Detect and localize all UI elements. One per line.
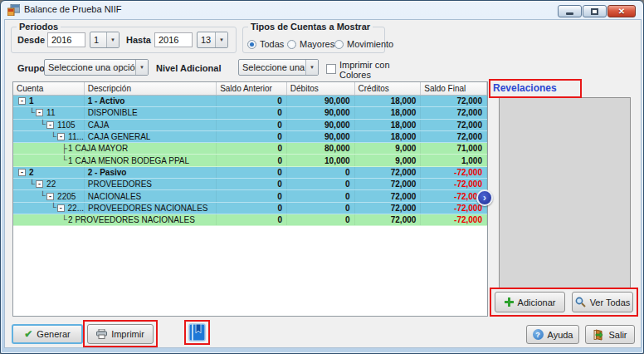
cuenta-cell: └-1105 — [13, 120, 85, 130]
generar-button[interactable]: ✔ Generar — [12, 324, 83, 344]
tree-collapse-icon[interactable]: - — [18, 169, 26, 176]
descripcion-cell: DISPONIBLE — [85, 107, 217, 118]
ayuda-label: Ayuda — [548, 330, 573, 340]
app-icon — [7, 4, 20, 16]
grupo-value: Seleccione una opción — [45, 62, 135, 72]
column-header[interactable]: Créditos — [355, 82, 422, 95]
cuenta-cell: └-11 — [13, 107, 85, 118]
grupo-select[interactable]: Seleccione una opción ▼ — [44, 59, 149, 76]
radio-mayores-icon — [287, 40, 296, 49]
nivel-adicional-select[interactable]: Seleccione una opció ▼ — [238, 59, 319, 76]
table-row[interactable]: └-2205NACIONALES0072,000-72,000 — [13, 190, 487, 202]
cuenta-cell: └2 PROVEEDORES NACIONALES — [13, 214, 85, 225]
maximize-icon — [591, 8, 598, 15]
tree-collapse-icon[interactable]: - — [57, 133, 65, 140]
cuenta-cell: └-2205 — [13, 190, 85, 201]
saldo-anterior-cell: 0 — [217, 107, 287, 118]
creditos-cell: 18,000 — [355, 120, 422, 130]
table-row[interactable]: └1 CAJA MENOR BODEGA PPAL010,0009,0001,0… — [13, 155, 487, 166]
desde-year-input[interactable] — [47, 32, 85, 47]
salir-label: Salir — [608, 330, 627, 340]
cuenta-descripcion-value: 2 PROVEEDORES NACIONALES — [68, 215, 195, 224]
radio-mayores[interactable]: Mayores — [287, 39, 334, 49]
radio-movimiento[interactable]: Movimiento — [334, 39, 393, 49]
tree-branch-icon: └ — [40, 192, 46, 200]
radio-mayores-label: Mayores — [300, 39, 334, 49]
desde-label: Desde — [17, 35, 45, 45]
tree-collapse-icon[interactable]: - — [18, 97, 26, 105]
hasta-year-input[interactable] — [154, 32, 193, 47]
table-row[interactable]: └-1105CAJA090,00018,00072,000 — [13, 120, 487, 131]
check-icon: ✔ — [24, 328, 32, 340]
saldo-final-cell: -72,000 — [421, 167, 487, 178]
tree-branch-icon: └ — [29, 180, 35, 189]
saldo-final-cell: 1,000 — [421, 155, 487, 165]
table-row[interactable]: └-22PROVEEDORES0072,000-72,000 — [13, 179, 487, 190]
minimize-button[interactable] — [558, 5, 582, 17]
tree-branch-icon: └ — [29, 109, 35, 117]
tree-collapse-icon[interactable]: - — [57, 204, 64, 212]
imprimir-colores-label: Imprimir con Colores — [339, 60, 390, 80]
table-row[interactable]: └2 PROVEEDORES NACIONALES0072,000-72,000 — [13, 214, 487, 226]
tree-collapse-icon[interactable]: - — [36, 180, 43, 188]
cuenta-descripcion-value: 1 CAJA MENOR BODEGA PPAL — [68, 156, 189, 165]
salir-button[interactable]: Salir — [585, 325, 635, 344]
tree-collapse-icon[interactable]: - — [36, 109, 43, 116]
tipos-label: Tipos de Cuentas a Mostrar — [248, 22, 373, 32]
tree-collapse-icon[interactable]: - — [46, 121, 54, 129]
maximize-button[interactable] — [583, 5, 607, 17]
cuenta-value: 2 — [29, 168, 34, 177]
table-row[interactable]: └-11...CAJA GENERAL090,00018,00072,000 — [13, 131, 487, 143]
cuenta-value: 2205 — [57, 192, 76, 201]
saldo-anterior-cell: 0 — [217, 120, 287, 130]
close-button[interactable]: ✕ — [607, 5, 636, 17]
cuenta-value: 11 — [46, 108, 55, 117]
cuenta-cell: ├1 CAJA MAYOR — [13, 143, 85, 154]
tree-collapse-icon[interactable]: - — [46, 193, 54, 200]
revelaciones-list[interactable] — [499, 97, 631, 288]
title-bar[interactable]: Balance de Prueba NIIF ✕ — [1, 1, 643, 19]
cuenta-value: 1 — [29, 96, 34, 106]
column-header[interactable]: Saldo Final — [421, 82, 487, 95]
annotation-box-revelaciones — [489, 79, 582, 98]
column-header[interactable]: Cuenta — [13, 82, 85, 95]
expand-panel-button[interactable]: › — [476, 189, 493, 206]
ayuda-button[interactable]: ? Ayuda — [526, 325, 579, 344]
debitos-cell: 0 — [287, 203, 355, 214]
column-header[interactable]: Débitos — [287, 82, 355, 95]
minimize-icon — [566, 12, 573, 15]
creditos-cell: 72,000 — [355, 179, 422, 189]
tree-branch-icon: └ — [40, 120, 46, 129]
imprimir-colores-label-line1: Imprimir con — [339, 60, 390, 70]
nivel-adicional-value: Seleccione una opció — [239, 62, 305, 72]
hasta-period-select[interactable]: 13 ▼ — [197, 32, 228, 48]
chevron-right-icon: › — [483, 192, 486, 203]
creditos-cell: 18,000 — [355, 107, 422, 118]
debitos-cell: 0 — [287, 167, 355, 178]
table-row[interactable]: -11 - Activo090,00018,00072,000 — [13, 96, 487, 107]
table-row[interactable]: └-22...PROVEEDORES NACIONALES0072,000-72… — [13, 203, 487, 214]
tree-branch-icon: └ — [61, 216, 67, 224]
descripcion-cell: PROVEEDORES NACIONALES — [85, 203, 217, 214]
table-row[interactable]: └-11DISPONIBLE090,00018,00072,000 — [13, 107, 487, 119]
grid-header: CuentaDescripciónSaldo AnteriorDébitosCr… — [13, 82, 487, 96]
radio-movimiento-icon — [334, 40, 344, 49]
desde-period-select[interactable]: 1 ▼ — [90, 32, 120, 48]
saldo-anterior-cell: 0 — [217, 96, 287, 106]
creditos-cell: 72,000 — [355, 167, 422, 178]
creditos-cell: 72,000 — [355, 214, 422, 225]
imprimir-colores-checkbox[interactable] — [326, 64, 336, 74]
table-row[interactable]: -22 - Pasivo0072,000-72,000 — [13, 167, 487, 179]
debitos-cell: 90,000 — [287, 131, 355, 142]
column-header[interactable]: Descripción — [85, 82, 217, 95]
table-row[interactable]: ├1 CAJA MAYOR080,0009,00071,000 — [13, 143, 487, 155]
saldo-final-cell: -72,000 — [421, 179, 487, 189]
radio-todas[interactable]: Todas — [247, 39, 284, 49]
descripcion-cell: PROVEEDORES — [85, 179, 217, 189]
desde-period-value: 1 — [90, 35, 106, 45]
saldo-anterior-cell: 0 — [217, 179, 287, 189]
saldo-final-cell: 72,000 — [421, 107, 487, 118]
saldo-anterior-cell: 0 — [217, 203, 287, 214]
creditos-cell: 72,000 — [355, 190, 422, 201]
column-header[interactable]: Saldo Anterior — [217, 82, 287, 95]
